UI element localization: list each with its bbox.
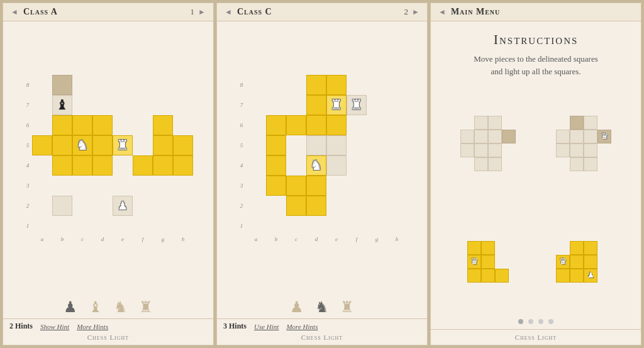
p2-a1 (246, 216, 266, 236)
cell-h7 (173, 95, 193, 115)
bishop-tray-icon: ♝ (89, 298, 103, 316)
cell-e4 (113, 155, 133, 176)
more-hints-btn-2[interactable]: More Hints (286, 323, 318, 330)
cell-a5 (32, 135, 52, 155)
example-1-grid (460, 116, 516, 171)
knight-tray-2: ♞ (315, 298, 329, 316)
p2-g1 (367, 216, 387, 236)
p2-b6 (266, 115, 286, 135)
cell-h2 (173, 196, 193, 216)
p2-d3 (306, 176, 326, 196)
board-container-2: 8 7 ♜ (217, 21, 427, 296)
cell-c2 (72, 196, 92, 216)
p2-c2 (286, 196, 306, 216)
example-4-grid: ♛ ♟ (556, 241, 611, 283)
cell-b4 (52, 155, 72, 176)
show-hint-btn-1[interactable]: Show Hint (40, 323, 69, 330)
cell-a7 (32, 95, 52, 115)
prev-arrow-3[interactable]: ◄ (437, 8, 447, 17)
app-name-1: Chess Light (9, 332, 207, 342)
black-bishop-b7: ♝ (53, 96, 72, 115)
dot-1[interactable] (518, 319, 523, 324)
p2-d6 (306, 115, 326, 135)
p2-a5 (246, 135, 266, 155)
p2-f2 (347, 196, 367, 216)
cell-d2 (92, 196, 113, 216)
cell-e3 (113, 176, 133, 196)
cell-c6 (72, 115, 92, 135)
p2-e8 (326, 75, 347, 95)
cell-d3 (92, 176, 113, 196)
cell-c5: ♞ (72, 135, 92, 155)
p2-h1 (387, 216, 407, 236)
more-hints-btn-1[interactable]: More Hints (77, 323, 108, 330)
cell-g3 (153, 176, 173, 196)
header-left-1: ◄ Class A (9, 7, 58, 17)
cell-g7 (153, 95, 173, 115)
bottom-bar-1: 2 Hints Show Hint More Hints Chess Light (3, 318, 213, 345)
instructions-title: Instructions (431, 21, 641, 53)
prev-arrow-2[interactable]: ◄ (223, 8, 233, 17)
next-arrow-2[interactable]: ► (411, 8, 421, 17)
board-container-1: 8 7 ♝ (3, 21, 213, 296)
p2-b7 (266, 95, 286, 115)
hints-count-2: 3 Hints (223, 322, 247, 331)
cell-c4 (72, 155, 92, 176)
app-name-3: Chess Light (437, 332, 635, 342)
p2-c6 (286, 115, 306, 135)
next-arrow-1[interactable]: ► (197, 8, 207, 17)
p2-b2 (266, 196, 286, 216)
p2-h5 (387, 135, 407, 155)
p2-a3 (246, 176, 266, 196)
cell-h3 (173, 176, 193, 196)
dot-3[interactable] (538, 319, 543, 324)
rank-label-3: 3 (23, 182, 32, 189)
dot-4[interactable] (548, 319, 553, 324)
rank-label-2: 2 (23, 203, 32, 209)
cell-g8 (153, 75, 173, 95)
p2-f8 (347, 75, 367, 95)
p2-e3 (326, 176, 347, 196)
dot-2[interactable] (528, 319, 533, 324)
p2-rank-8: 8 (237, 75, 407, 95)
rank-label-1: 1 (23, 223, 32, 229)
puzzle-num-2: 2 (404, 7, 409, 17)
p2-rank-3: 3 (237, 176, 407, 196)
p2-f3 (347, 176, 367, 196)
file-a: a (32, 236, 52, 242)
p2-e7: ♜ (326, 95, 347, 115)
p2-h4 (387, 155, 407, 176)
p2-c4 (286, 155, 306, 176)
cell-a1 (32, 216, 52, 236)
p2-rank-2: 2 (237, 196, 407, 216)
p2-a4 (246, 155, 266, 176)
p2-b4 (266, 155, 286, 176)
p2-b5 (266, 135, 286, 155)
rook-tray-icon: ♜ (139, 298, 153, 316)
use-hint-btn-2[interactable]: Use Hint (254, 323, 279, 330)
panel-title-2: Class C (237, 7, 272, 17)
pawn-tray-icon: ♟ (64, 298, 77, 316)
cell-f1 (133, 216, 153, 236)
p2-e2 (326, 196, 347, 216)
p2-e1 (326, 216, 347, 236)
cell-g5 (153, 135, 173, 155)
prev-arrow-1[interactable]: ◄ (9, 8, 19, 17)
panel-main-menu: ◄ Main Menu Instructions Move pieces to … (430, 3, 641, 345)
rank-8: 8 (23, 75, 193, 95)
file-e: e (113, 236, 133, 242)
p2-rank-6: 6 (237, 115, 407, 135)
panel-header-1: ◄ Class A 1 ► (3, 3, 213, 21)
rank-7: 7 ♝ (23, 95, 193, 115)
p2-h6 (387, 115, 407, 135)
cell-f8 (133, 75, 153, 95)
p2-g5 (367, 135, 387, 155)
cell-f6 (133, 115, 153, 135)
instructions-text: Move pieces to the delineated squaresand… (431, 53, 641, 84)
cell-d1 (92, 216, 113, 236)
p2-d1 (306, 216, 326, 236)
p2-g4 (367, 155, 387, 176)
cell-f2 (133, 196, 153, 216)
p2-b3 (266, 176, 286, 196)
pawn-tray-2: ♟ (290, 298, 304, 316)
